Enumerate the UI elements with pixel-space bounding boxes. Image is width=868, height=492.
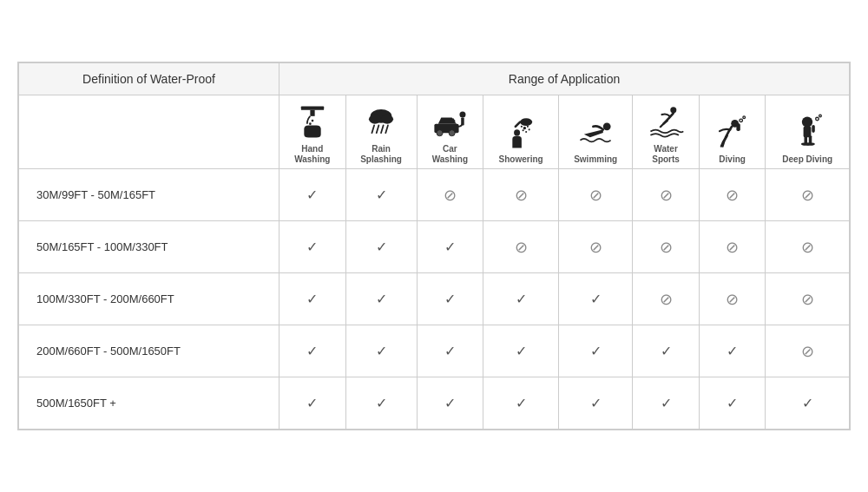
value-cell: ✓ — [279, 169, 346, 221]
check-mark: ✓ — [376, 396, 387, 410]
svg-point-30 — [740, 119, 743, 122]
value-cell: ✓ — [345, 377, 417, 430]
table-row: 30M/99FT - 50M/165FT✓✓⊘⊘⊘⊘⊘⊘ — [19, 169, 850, 221]
svg-point-5 — [369, 115, 381, 124]
check-mark: ✓ — [590, 292, 602, 306]
definition-cell: 30M/99FT - 50M/165FT — [19, 169, 279, 221]
value-cell: ⊘ — [766, 273, 850, 325]
no-mark: ⊘ — [660, 187, 673, 204]
check-mark: ✓ — [444, 239, 456, 254]
no-mark: ⊘ — [726, 291, 739, 308]
diving-label: Diving — [719, 154, 746, 165]
check-mark: ✓ — [376, 239, 387, 254]
check-mark: ✓ — [727, 344, 738, 358]
col-hand-washing: HandWashing — [279, 95, 346, 169]
svg-point-2 — [311, 120, 313, 122]
svg-rect-29 — [736, 123, 740, 131]
showering-icon — [502, 113, 540, 151]
value-cell: ⊘ — [483, 169, 559, 221]
deep-diving-label: Deep Diving — [782, 154, 832, 165]
check-mark: ✓ — [306, 292, 318, 306]
svg-line-7 — [372, 125, 375, 133]
check-mark: ✓ — [802, 396, 813, 410]
no-mark: ⊘ — [515, 187, 528, 204]
no-mark: ⊘ — [660, 291, 673, 308]
value-cell: ✓ — [279, 221, 346, 273]
col-car-washing: CarWashing — [417, 95, 483, 169]
check-mark: ✓ — [516, 292, 527, 306]
check-mark: ✓ — [444, 344, 456, 358]
svg-point-3 — [309, 122, 312, 125]
no-mark: ⊘ — [801, 343, 814, 360]
svg-point-38 — [806, 142, 815, 146]
value-cell: ✓ — [633, 325, 700, 377]
empty-icon-header — [19, 95, 279, 169]
value-cell: ⊘ — [766, 221, 850, 273]
value-cell: ✓ — [345, 325, 417, 377]
diving-icon — [713, 113, 752, 151]
water-resistance-chart: Definition of Water-Proof Range of Appli… — [17, 62, 851, 430]
svg-line-10 — [385, 125, 388, 133]
table-row: 500M/1650FT +✓✓✓✓✓✓✓✓ — [19, 377, 850, 430]
svg-point-21 — [527, 126, 529, 128]
rain-splashing-icon — [362, 102, 400, 141]
value-cell: ✓ — [699, 377, 766, 430]
value-cell: ⊘ — [559, 221, 633, 273]
check-mark: ✓ — [444, 292, 456, 306]
value-cell: ✓ — [633, 377, 700, 430]
svg-point-14 — [460, 112, 466, 118]
definition-cell: 50M/165FT - 100M/330FT — [19, 221, 279, 273]
svg-point-19 — [521, 126, 523, 128]
check-mark: ✓ — [661, 344, 672, 358]
showering-label: Showering — [499, 154, 543, 165]
svg-point-22 — [523, 129, 524, 131]
svg-rect-34 — [812, 125, 815, 133]
no-mark: ⊘ — [801, 291, 814, 308]
svg-rect-36 — [809, 135, 812, 143]
value-cell: ⊘ — [633, 221, 700, 273]
value-cell: ✓ — [559, 273, 633, 325]
value-cell: ⊘ — [417, 169, 483, 221]
swimming-icon — [576, 113, 615, 151]
value-cell: ✓ — [766, 377, 850, 430]
value-cell: ⊘ — [766, 325, 850, 377]
svg-rect-33 — [804, 127, 812, 137]
svg-point-13 — [450, 130, 456, 136]
value-cell: ⊘ — [633, 169, 700, 221]
value-cell: ⊘ — [633, 273, 700, 325]
definition-cell: 200M/660FT - 500M/1650FT — [19, 325, 279, 377]
value-cell: ✓ — [699, 325, 766, 377]
value-cell: ✓ — [483, 377, 559, 430]
col-deep-diving: Deep Diving — [766, 95, 850, 169]
svg-rect-0 — [301, 106, 324, 109]
check-mark: ✓ — [376, 292, 387, 306]
water-sports-icon — [647, 102, 685, 141]
svg-point-25 — [514, 129, 520, 135]
check-mark: ✓ — [516, 344, 527, 358]
rain-splashing-label: RainSplashing — [360, 144, 402, 165]
value-cell: ✓ — [417, 377, 483, 430]
value-cell: ✓ — [417, 221, 483, 273]
check-mark: ✓ — [516, 396, 527, 410]
check-mark: ✓ — [306, 187, 318, 202]
svg-rect-1 — [310, 110, 314, 116]
table-row: 200M/660FT - 500M/1650FT✓✓✓✓✓✓✓⊘ — [19, 325, 850, 377]
data-table-body: 30M/99FT - 50M/165FT✓✓⊘⊘⊘⊘⊘⊘50M/165FT - … — [19, 169, 850, 430]
svg-point-6 — [381, 115, 393, 124]
value-cell: ✓ — [559, 325, 633, 377]
svg-point-23 — [525, 131, 527, 133]
svg-point-12 — [437, 130, 443, 136]
no-mark: ⊘ — [801, 187, 814, 204]
value-cell: ✓ — [345, 221, 417, 273]
value-cell: ⊘ — [699, 273, 766, 325]
col-water-sports: WaterSports — [633, 95, 700, 169]
icon-header-row: HandWashing — [19, 95, 850, 169]
value-cell: ✓ — [345, 273, 417, 325]
value-cell: ✓ — [279, 273, 346, 325]
no-mark: ⊘ — [660, 239, 673, 256]
check-mark: ✓ — [444, 396, 456, 410]
check-mark: ✓ — [306, 239, 318, 254]
svg-point-26 — [603, 122, 611, 130]
svg-point-31 — [743, 116, 746, 119]
no-mark: ⊘ — [726, 187, 739, 204]
